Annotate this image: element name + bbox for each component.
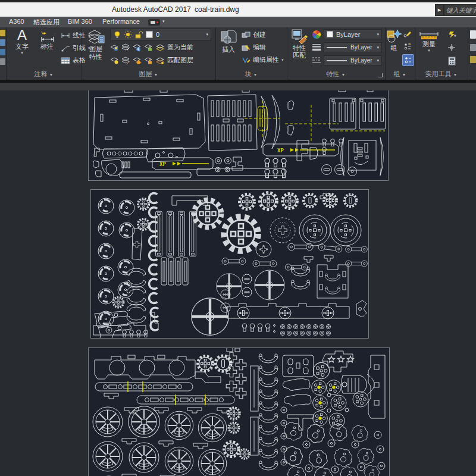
chevron-down-icon: ▾ [21,51,23,55]
text-button[interactable]: A 文字 ▾ [11,27,33,55]
layer-freeze-icon[interactable] [133,43,142,52]
layer-thaw-icon[interactable] [133,56,142,65]
group-edit-button[interactable] [402,29,413,39]
table-icon [61,57,70,64]
properties-panel-label[interactable]: 特性▼ [287,70,385,79]
connect-icon[interactable] [148,19,160,26]
utilities-panel-label[interactable]: 实用工具▼ [415,70,468,79]
layer-properties-button[interactable]: 图层 特性 [84,29,108,61]
create-block-icon [242,32,250,39]
insert-block-icon [220,29,237,46]
point-marker-button[interactable] [446,42,458,53]
tab-featured-apps[interactable]: 精选应用 [33,18,60,27]
clipped-icon[interactable] [0,49,5,55]
create-block-button[interactable]: 创建 [242,30,266,39]
edit-attributes-icon [242,57,250,64]
sheet1-tender-parts[interactable]: XP XP [88,90,389,181]
group-panel-label[interactable]: 组▼ [385,70,415,79]
dimension-button[interactable]: 标注 [36,29,58,51]
search-go-button[interactable]: ▶ [435,4,444,16]
sheet3-wheel-parts[interactable] [88,347,390,476]
layers-panel-label[interactable]: 图层▼ [82,70,215,79]
annotate-panel-label[interactable]: 注释▼ [6,70,82,79]
match-layer-button[interactable]: 匹配图层 [155,56,193,65]
set-current-icon [155,43,165,52]
coupling-rod [137,394,234,405]
edit-block-button[interactable]: 编辑 [242,43,266,52]
clipped-icon[interactable] [470,44,476,51]
edit-block-icon [242,44,250,51]
color-wheel-icon[interactable] [312,30,321,39]
lineweight-select[interactable]: ByLayer ▾ [324,42,382,52]
layer-unlock-icon[interactable] [144,56,153,65]
color-swatch [327,31,333,37]
edit-attributes-button[interactable]: 编辑属性 ▾ [242,55,284,64]
properties-dialog-launcher-icon[interactable] [378,73,383,77]
chevron-down-icon: ▾ [377,45,379,50]
layer-off-icon[interactable] [110,43,119,52]
id-point-button[interactable] [446,29,458,40]
match-layer-icon [155,56,165,65]
chevron-down-icon: ▼ [342,73,346,77]
sheet1-drawing: XP XP [89,90,388,180]
panel-layers: 图层 特性 0 ▾ [82,27,216,80]
sun-icon [124,30,132,39]
layer-isolate-icon[interactable] [121,43,130,52]
object-color-select[interactable]: ByLayer ▾ [324,29,382,39]
autocad-window: Autodesk AutoCAD 2017 coal-train.dwg ▶ A… [0,0,476,476]
chevron-down-icon: ▾ [428,48,430,52]
group-icon [386,29,402,44]
clipped-icon[interactable] [470,30,476,39]
xp-label-1: XP [159,161,166,167]
insert-button[interactable]: 插入 [218,29,239,54]
layer-unisolate-icon[interactable] [121,56,130,65]
lineweight-icon[interactable] [312,43,321,51]
layer-select[interactable]: 0 ▾ [110,29,211,40]
coupling-rod [95,381,193,392]
toolbar-spacer [0,83,476,90]
layer-lock-icon[interactable] [144,43,153,52]
block-panel-label[interactable]: 块▼ [215,70,287,79]
chevron-down-icon: ▾ [206,32,208,37]
drawing-canvas[interactable]: XP XP [0,90,476,476]
measure-button[interactable]: 测量 ▾ [417,30,441,52]
sheet2-gear-parts[interactable] [90,189,369,339]
tab-bim360[interactable]: BIM 360 [68,18,92,25]
layers-icon [87,29,105,45]
clipped-icon[interactable] [0,39,5,46]
layer-on-icon[interactable] [110,56,119,65]
ruler-icon [419,30,439,40]
chevron-down-icon: ▾ [377,58,379,63]
clipped-icon[interactable] [0,30,5,36]
layer-tools-row2: 匹配图层 [110,56,193,65]
linear-dimension-icon [61,33,70,39]
title-bar: Autodesk AutoCAD 2017 coal-train.dwg ▶ [0,2,476,17]
clipped-icon[interactable] [470,56,476,63]
letter-a-icon: A [17,27,27,43]
chevron-down-icon: ▼ [49,73,54,77]
chevron-down-icon: ▼ [402,73,406,77]
linetype-select[interactable]: ByLayer ▾ [324,55,382,65]
quick-calculator-button[interactable] [446,55,458,66]
layer-color-swatch [146,31,153,38]
panel-annotate: A 文字 ▾ 标注 线性 ▾ [6,27,82,80]
group-selection-toggle[interactable] [402,54,414,66]
layer-tools-row1: 置为当前 [110,43,193,52]
panel-properties: 特性 匹配 ByLayer ▾ [287,27,386,80]
match-properties-icon [291,29,308,44]
group-button[interactable]: 组 [386,29,402,52]
panel-clipped-right [468,27,476,80]
search-input[interactable] [444,4,476,16]
chevron-down-icon: ▾ [377,32,379,37]
set-current-button[interactable]: 置为当前 [155,43,193,52]
panel-group: 组 组▼ [385,27,415,80]
tab-performance[interactable]: Performance [102,18,140,25]
clipped-icon[interactable] [0,58,5,65]
chevron-down-icon: ▼ [154,73,158,77]
tab-a360[interactable]: A360 [9,18,24,25]
chevron-down-icon[interactable]: ▾ [162,19,165,24]
linetype-icon[interactable] [312,56,321,64]
match-properties-button[interactable]: 特性 匹配 [289,29,310,60]
ungroup-button[interactable] [402,42,413,51]
xp-label-2: XP [277,148,284,154]
